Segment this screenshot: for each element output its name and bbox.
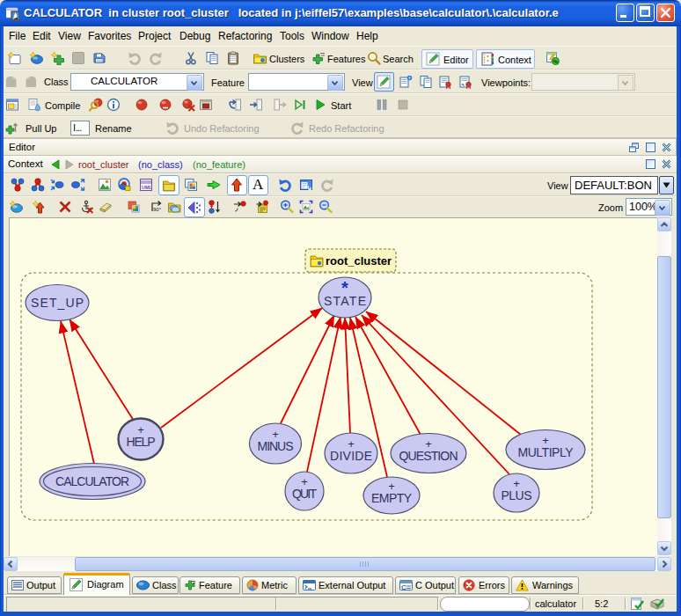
- svg-text:MULTIPLY: MULTIPLY: [518, 445, 575, 459]
- svg-text:root_cluster: root_cluster: [326, 254, 392, 268]
- svg-text:90°: 90°: [153, 207, 162, 212]
- svg-text:UML: UML: [142, 185, 153, 190]
- svg-text:QUESTION: QUESTION: [399, 449, 458, 463]
- svg-text:C: C: [401, 583, 406, 591]
- svg-text:PLUS: PLUS: [502, 488, 532, 502]
- svg-text:MINUS: MINUS: [258, 439, 294, 453]
- svg-text:EMPTY: EMPTY: [371, 491, 413, 505]
- svg-text:DIVIDE: DIVIDE: [330, 449, 372, 463]
- svg-text:QUIT: QUIT: [292, 487, 317, 501]
- svg-text:SET_UP: SET_UP: [31, 296, 84, 310]
- svg-text:STATE: STATE: [324, 294, 366, 308]
- svg-text:HELP: HELP: [127, 435, 156, 449]
- svg-text:CALCULATOR: CALCULATOR: [55, 474, 129, 488]
